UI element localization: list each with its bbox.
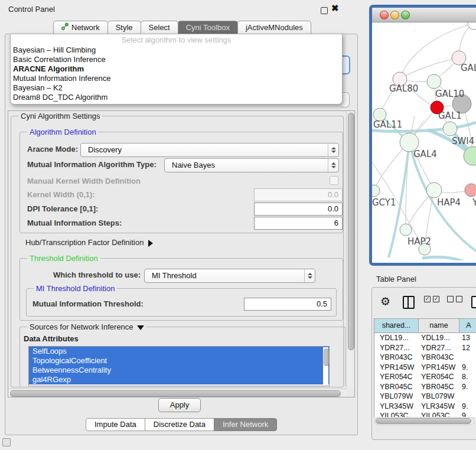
attribute-item-gal4rgexp[interactable]: gal4RGexp	[29, 375, 329, 384]
network-node-gal1-node[interactable]	[443, 122, 457, 136]
list-scrollbar[interactable]	[323, 347, 328, 385]
close-window-icon[interactable]	[380, 11, 389, 19]
aracne-mode-label: Aracne Mode:	[27, 145, 78, 154]
column-header-a[interactable]: A	[459, 318, 476, 333]
node-label-gal10: GAL10	[435, 89, 464, 99]
table-header-row: shared...nameA	[374, 318, 476, 333]
table-horizontal-scrollbar[interactable]	[374, 417, 474, 425]
network-node-gcy1[interactable]	[372, 185, 380, 197]
stepper-icon	[328, 144, 338, 156]
network-edge[interactable]	[422, 257, 476, 260]
table-cell: YPR145W	[418, 363, 458, 373]
network-node-hap4[interactable]	[426, 182, 442, 198]
attribute-item-selfloops[interactable]: SelfLoops	[29, 347, 329, 356]
table-cell	[458, 392, 462, 402]
node-label-hap2: HAP2	[407, 236, 431, 247]
apply-button[interactable]: Apply	[158, 398, 201, 412]
table-panel-title: Table Panel	[376, 275, 416, 283]
node-label-swi4: SWI4	[452, 136, 474, 146]
network-window-titlebar[interactable]	[372, 8, 476, 22]
zoom-window-icon[interactable]	[401, 11, 410, 19]
mi-threshold-input[interactable]: 0.5	[244, 298, 331, 311]
expand-arrow-icon	[148, 240, 153, 247]
group-algorithm-definition: Algorithm Definition Aracne Mode: Discov…	[19, 132, 343, 233]
node-label-gcy1: GCY1	[372, 197, 396, 208]
data-attributes-list[interactable]: SelfLoopsTopologicalCoefficientBetweenne…	[28, 346, 330, 386]
attribute-item-betweennesscentrality[interactable]: BetweennessCentrality	[29, 366, 329, 375]
minimize-window-icon[interactable]	[390, 11, 399, 19]
dpi-tolerance-input[interactable]: 0.0	[254, 203, 343, 216]
tab-select[interactable]: Select	[141, 21, 178, 34]
table-row[interactable]: YLR345WYLR345W9.	[374, 402, 476, 412]
algorithm-option-bayesian-hill-climbing[interactable]: Bayesian – Hill Climbing	[11, 45, 342, 55]
network-node-hap2[interactable]	[400, 224, 412, 236]
attribute-item-topologicalcoefficient[interactable]: TopologicalCoefficient	[29, 356, 329, 366]
close-icon[interactable]: ✖	[331, 3, 339, 14]
float-window-icon[interactable]	[321, 7, 328, 14]
node-label-gal4: GAL4	[413, 149, 437, 159]
network-node-pink-right[interactable]	[465, 184, 476, 197]
table-row[interactable]: YBL079WYBL079W	[374, 392, 476, 402]
tab-discretize-data[interactable]: Discretize Data	[145, 418, 214, 431]
mi-steps-input[interactable]: 6	[254, 217, 343, 230]
tab-infer-network[interactable]: Infer Network	[214, 418, 277, 431]
tab-label: Select	[149, 21, 170, 34]
control-panel-title: Control Panel	[8, 5, 55, 14]
stepper-icon	[328, 159, 338, 172]
control-panel-titlebar: Control Panel ✖	[0, 0, 361, 18]
algorithm-option-bayesian-k2[interactable]: Bayesian – K2	[11, 83, 342, 93]
hub-definition-expander[interactable]: Hub/Transcription Factor Definition	[25, 238, 153, 247]
network-node-top-partial[interactable]	[468, 22, 476, 30]
kernel-width-label: Kernel Width (0,1):	[27, 190, 95, 199]
algorithm-option-mutual-information-inference[interactable]: Mutual Information Inference	[11, 74, 342, 83]
column-header-shared-[interactable]: shared...	[374, 318, 419, 333]
tab-impute-data[interactable]: Impute Data	[86, 418, 145, 431]
table-cell: YBR043C	[374, 353, 418, 363]
app-screen: Control Panel ✖ NetworkStyleSelectCyni T…	[0, 0, 476, 450]
table-cell: 9.	[458, 382, 468, 392]
table-row[interactable]: YPR145WYPR145W9.	[374, 363, 476, 373]
export-table-icon[interactable]	[471, 296, 476, 308]
network-node-gal10[interactable]	[427, 74, 441, 89]
table-row[interactable]: YDL19...YDL19...13	[374, 333, 476, 343]
table-cell: YDR27...	[374, 343, 418, 353]
table-cell: YER054C	[374, 372, 418, 382]
gear-icon[interactable]: ⚙	[380, 296, 390, 308]
algorithm-option-basic-correlation-inference[interactable]: Basic Correlation Inference	[11, 55, 342, 64]
settings-horizontal-scrollbar[interactable]	[8, 389, 346, 397]
table-cell: YIL053C	[374, 411, 418, 417]
settings-vertical-scrollbar[interactable]	[346, 111, 354, 389]
column-header-name[interactable]: name	[418, 318, 459, 333]
columns-icon[interactable]	[403, 296, 415, 309]
deselect-all-checkboxes-icon[interactable]	[447, 296, 462, 302]
tab-jactivemnodules[interactable]: jActiveMNodules	[237, 21, 311, 34]
table-row[interactable]: YBR043CYBR043C	[374, 353, 476, 363]
cyni-bottom-tabbar: Impute DataDiscretize DataInfer Network	[86, 418, 276, 431]
table-cell: 9.	[458, 402, 468, 412]
table-row[interactable]: YER054CYER054C8.	[374, 372, 476, 382]
table-row[interactable]: YBR045CYBR045C9.	[374, 382, 476, 392]
table-cell: YIL053C	[418, 411, 458, 417]
collapsed-panel-grip[interactable]	[2, 438, 11, 446]
tab-network[interactable]: Network	[53, 21, 108, 34]
tab-cyni-toolbox[interactable]: Cyni Toolbox	[178, 21, 238, 34]
algorithm-option-dream8-dc-tdc-algorithm[interactable]: Dream8 DC_TDC Algorithm	[11, 93, 342, 102]
table-cell: YDL19...	[418, 333, 458, 343]
tab-style[interactable]: Style	[107, 21, 141, 34]
manual-kernel-checkbox[interactable]	[330, 176, 338, 185]
group-mi-threshold-definition: MI Threshold Definition Mutual Informati…	[26, 288, 337, 317]
hub-definition-label: Hub/Transcription Factor Definition	[25, 238, 144, 247]
select-all-checkboxes-icon[interactable]: ✓✓	[424, 296, 439, 302]
group-sources-title[interactable]: Sources for Network Inference	[27, 322, 146, 331]
collapse-arrow-icon	[137, 325, 144, 330]
table-row[interactable]: YIL053CYIL053C9	[374, 411, 476, 417]
table-cell: YLR345W	[418, 402, 458, 412]
algorithm-option-aracne-algorithm[interactable]: ARACNE Algorithm	[11, 64, 342, 74]
network-canvas[interactable]: GALGAL80GAL10GAL1GAL11SWI4GAL4GCY1HAP4YH…	[372, 22, 476, 263]
aracne-mode-select[interactable]: Discovery	[80, 143, 339, 157]
table-cell: YDR27...	[418, 343, 458, 353]
which-threshold-select[interactable]: MI Threshold	[144, 269, 315, 283]
mi-algorithm-type-select[interactable]: Naive Bayes	[164, 158, 339, 172]
table-row[interactable]: YDR27...YDR27...12	[374, 343, 476, 353]
mi-threshold-label: Mutual Information Threshold:	[32, 299, 144, 308]
